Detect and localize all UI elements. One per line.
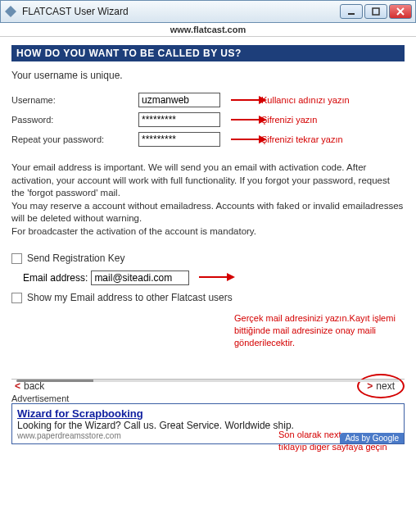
password-label: Password: [11, 115, 138, 125]
email-input[interactable] [91, 271, 189, 285]
send-key-checkbox[interactable] [11, 253, 22, 264]
show-email-checkbox[interactable] [11, 293, 22, 303]
svg-marker-8 [259, 116, 267, 124]
advertisement-label: Advertisement [11, 393, 405, 403]
body-text: Your email address is important. We will… [11, 161, 405, 238]
username-label: Username: [11, 95, 138, 105]
annotation-password: Şifrenizi yazın [261, 115, 317, 125]
maximize-button[interactable] [364, 4, 387, 19]
ad-text: Looking for the Wizard? Call us. Great S… [17, 420, 399, 431]
app-icon [4, 5, 17, 18]
annotation-username: Kullanıcı adınızı yazın [261, 95, 350, 105]
repeat-password-label: Repeat your password: [11, 134, 138, 144]
annotation-email: Gerçek mail adresinizi yazın.Kayıt işlem… [234, 312, 398, 349]
chevron-left-icon: < [15, 380, 20, 392]
back-button[interactable]: < back [11, 380, 44, 392]
svg-rect-2 [373, 8, 379, 15]
svg-marker-12 [227, 273, 235, 281]
arrow-icon [229, 134, 267, 148]
chevron-right-icon: > [367, 380, 373, 392]
password-input[interactable] [138, 112, 220, 127]
next-label: next [376, 380, 395, 392]
annotation-repeat: Şifrenizi tekrar yazın [261, 134, 343, 144]
arrow-icon [229, 114, 267, 129]
username-input[interactable] [138, 93, 220, 107]
show-email-label: Show my Email address to other Flatcast … [27, 292, 233, 303]
send-key-label: Send Registration Key [27, 252, 124, 264]
intro-text: Your username is unique. [11, 70, 405, 81]
svg-marker-10 [259, 135, 267, 143]
close-button[interactable] [389, 4, 412, 19]
next-button[interactable]: > next [357, 374, 405, 398]
section-heading: HOW DO YOU WANT TO BE CALLED BY US? [11, 45, 405, 61]
ad-box: Wizard for Scrapbooking Looking for the … [11, 403, 405, 444]
ads-by-google[interactable]: Ads by Google [340, 433, 404, 443]
url-bar: www.flatcast.com [0, 23, 416, 37]
divider [11, 379, 405, 382]
back-label: back [24, 380, 44, 392]
arrow-icon [229, 94, 267, 109]
repeat-password-input[interactable] [138, 132, 220, 147]
titlebar: FLATCAST User Wizard [0, 0, 416, 23]
email-label: Email address: [23, 272, 88, 284]
window-title: FLATCAST User Wizard [22, 6, 340, 17]
minimize-button[interactable] [340, 4, 363, 19]
svg-marker-0 [5, 6, 16, 17]
svg-marker-6 [259, 96, 267, 104]
ad-title[interactable]: Wizard for Scrapbooking [17, 407, 399, 420]
arrow-icon [197, 271, 235, 285]
